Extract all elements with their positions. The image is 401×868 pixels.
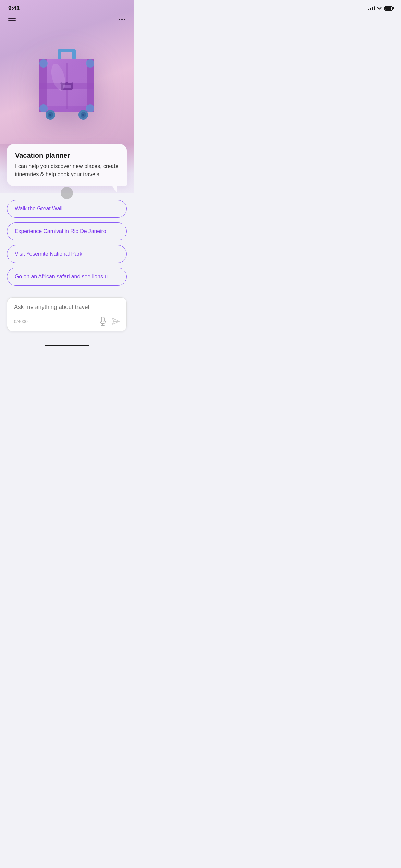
chat-bubble-area: Vacation planner I can help you discover…: [0, 144, 134, 193]
send-button[interactable]: [112, 318, 120, 325]
svg-rect-25: [39, 104, 48, 112]
status-time: 9:41: [8, 5, 20, 12]
bubble-text: I can help you discover new places, crea…: [15, 162, 119, 179]
hero-section: [0, 0, 134, 144]
microphone-button[interactable]: [99, 317, 107, 326]
chat-input[interactable]: [14, 303, 120, 311]
suggestion-button-4[interactable]: Go on an African safari and see lions u.…: [7, 268, 127, 286]
nav-bar: [0, 18, 134, 21]
luggage-svg: [33, 46, 101, 125]
home-indicator-area: [0, 342, 134, 350]
svg-point-22: [82, 114, 84, 116]
input-actions: [99, 317, 120, 326]
input-box: 0/4000: [7, 297, 127, 331]
svg-rect-28: [101, 317, 104, 322]
suggestions-section: Walk the Great Wall Experience Carnival …: [0, 193, 134, 294]
status-bar: 9:41: [0, 0, 134, 14]
chat-bubble: Vacation planner I can help you discover…: [7, 144, 127, 186]
input-area: 0/4000: [0, 294, 134, 342]
suggestion-button-3[interactable]: Visit Yosemite National Park: [7, 245, 127, 263]
bubble-title: Vacation planner: [15, 152, 119, 159]
more-options-button[interactable]: [119, 19, 125, 20]
svg-rect-1: [58, 49, 61, 60]
svg-point-19: [49, 114, 51, 116]
input-footer: 0/4000: [14, 317, 120, 326]
svg-rect-23: [39, 59, 48, 68]
svg-rect-24: [86, 59, 94, 68]
scroll-indicator: [61, 187, 73, 199]
hamburger-menu[interactable]: [8, 18, 16, 21]
microphone-icon: [99, 317, 107, 326]
suggestion-button-1[interactable]: Walk the Great Wall: [7, 200, 127, 218]
char-count: 0/4000: [14, 319, 28, 324]
svg-rect-2: [72, 49, 76, 60]
luggage-illustration: [29, 43, 105, 129]
send-icon: [112, 318, 120, 325]
home-indicator-bar: [45, 345, 89, 346]
svg-rect-26: [86, 104, 94, 112]
suggestion-button-2[interactable]: Experience Carnival in Rio De Janeiro: [7, 222, 127, 240]
